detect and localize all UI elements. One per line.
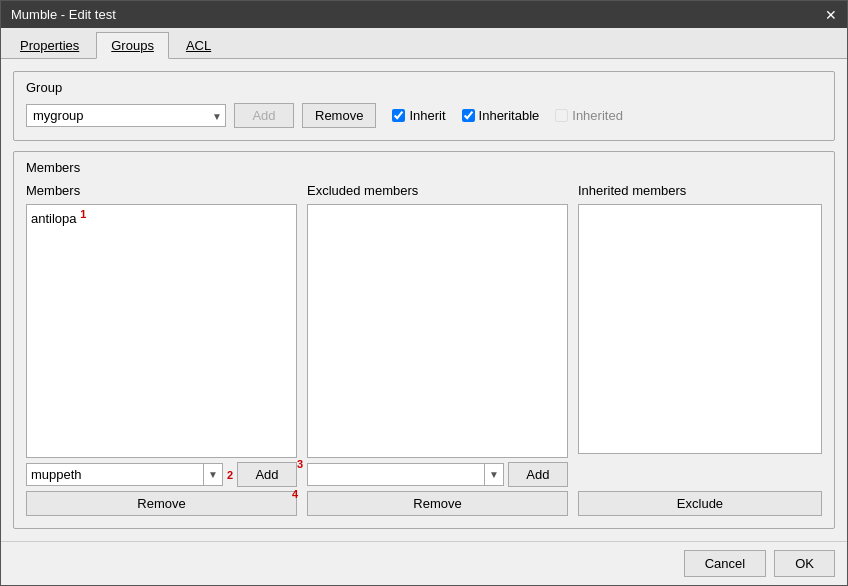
main-content: Group mygroup ▼ Add Remove Inherit Inher… xyxy=(1,59,847,541)
excluded-add-button[interactable]: Add xyxy=(508,462,568,487)
inheritable-checkbox[interactable] xyxy=(462,109,475,122)
inherited-members-list xyxy=(578,204,822,454)
members-add-row: ▼ 2 Add 3 xyxy=(26,462,297,487)
member-name: antilopa xyxy=(31,211,77,226)
ok-button[interactable]: OK xyxy=(774,550,835,577)
bottom-bar: Cancel OK xyxy=(1,541,847,585)
members-list: antilopa 1 xyxy=(26,204,297,458)
members-remove-count: 4 xyxy=(292,488,298,500)
inheritable-checkbox-label[interactable]: Inheritable xyxy=(462,108,540,123)
excluded-add-row: ▼ Add xyxy=(307,462,568,487)
excluded-remove-button[interactable]: Remove xyxy=(307,491,568,516)
members-col-label: Members xyxy=(26,183,297,198)
member-input-wrapper: ▼ xyxy=(26,463,223,486)
members-col: Members antilopa 1 ▼ 2 xyxy=(26,183,297,516)
window-title: Mumble - Edit test xyxy=(11,7,116,22)
excluded-input[interactable] xyxy=(308,464,484,485)
excluded-input-wrapper: ▼ xyxy=(307,463,504,486)
inherited-members-col-label: Inherited members xyxy=(578,183,822,198)
inherited-checkbox xyxy=(555,109,568,122)
excluded-list xyxy=(307,204,568,458)
tab-groups[interactable]: Groups xyxy=(96,32,169,59)
members-add-count: 3 xyxy=(297,458,303,470)
member-input[interactable] xyxy=(27,464,203,485)
group-add-button[interactable]: Add xyxy=(234,103,294,128)
members-remove-button[interactable]: Remove 4 xyxy=(26,491,297,516)
close-button[interactable]: ✕ xyxy=(825,8,837,22)
tab-properties[interactable]: Properties xyxy=(5,32,94,58)
inherited-members-col: Inherited members Exclude xyxy=(578,183,822,516)
members-section-title: Members xyxy=(26,160,822,175)
excluded-col: Excluded members ▼ Add Remove xyxy=(307,183,568,516)
tab-bar: Properties Groups ACL xyxy=(1,28,847,59)
inherited-exclude-button[interactable]: Exclude xyxy=(578,491,822,516)
title-bar: Mumble - Edit test ✕ xyxy=(1,1,847,28)
group-row: mygroup ▼ Add Remove Inherit Inheritable… xyxy=(26,103,822,128)
inherited-exclude-row: Exclude xyxy=(578,491,822,516)
members-add-button[interactable]: Add xyxy=(237,462,297,487)
excluded-col-label: Excluded members xyxy=(307,183,568,198)
members-section: Members Members antilopa 1 ▼ xyxy=(13,151,835,529)
members-columns: Members antilopa 1 ▼ 2 xyxy=(26,183,822,516)
group-select-wrapper: mygroup ▼ xyxy=(26,104,226,127)
member-count: 1 xyxy=(80,208,86,220)
members-input-count: 2 xyxy=(227,469,233,481)
inherit-checkbox[interactable] xyxy=(392,109,405,122)
excluded-input-dropdown-icon[interactable]: ▼ xyxy=(484,464,503,485)
group-section: Group mygroup ▼ Add Remove Inherit Inher… xyxy=(13,71,835,141)
inherited-spacer xyxy=(578,458,822,487)
member-input-dropdown-icon[interactable]: ▼ xyxy=(203,464,222,485)
inherited-checkbox-wrapper: Inherited xyxy=(555,108,623,123)
group-select[interactable]: mygroup xyxy=(26,104,226,127)
cancel-button[interactable]: Cancel xyxy=(684,550,766,577)
group-remove-button[interactable]: Remove xyxy=(302,103,376,128)
list-item: antilopa 1 xyxy=(29,207,294,227)
tab-acl[interactable]: ACL xyxy=(171,32,226,58)
group-section-title: Group xyxy=(26,80,822,95)
excluded-remove-row: Remove xyxy=(307,491,568,516)
inherit-checkbox-label[interactable]: Inherit xyxy=(392,108,445,123)
main-window: Mumble - Edit test ✕ Properties Groups A… xyxy=(0,0,848,586)
members-remove-row: Remove 4 xyxy=(26,491,297,516)
members-add-btn-wrapper: Add 3 xyxy=(237,462,297,487)
